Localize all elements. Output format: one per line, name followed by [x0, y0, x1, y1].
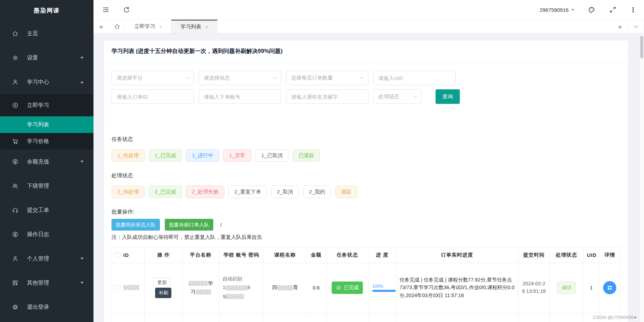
- progress-percent: 100%: [372, 284, 383, 289]
- sidebar-item-learning-center[interactable]: 学习中心: [0, 70, 93, 94]
- col-uid: UID: [583, 247, 599, 263]
- badge-proc-refund[interactable]: 退款: [335, 186, 357, 198]
- sidebar-item-balance[interactable]: 余额充值: [0, 150, 93, 174]
- filter-row-1: 请选择平台 请选择状态 选择每页订单数量: [111, 71, 620, 85]
- badge-proc-pending[interactable]: 2_待处理: [111, 186, 145, 198]
- badge-task-refunded[interactable]: 已退款: [293, 149, 320, 162]
- select-placeholder: 处理状态: [378, 93, 399, 100]
- course-cell: 公: [264, 312, 306, 322]
- close-icon[interactable]: ×: [159, 24, 162, 29]
- sidebar-item-label: 个人管理: [27, 255, 49, 262]
- col-progress: 进 度: [369, 247, 396, 263]
- headset-icon: [12, 207, 19, 214]
- sidebar-item-other[interactable]: 其他管理: [0, 271, 93, 295]
- uid-input[interactable]: [373, 71, 456, 85]
- table-header-row: ID 操 作 平台名称 学校 账号 密码 课程名称 金额 任务状态 进 度 订单…: [112, 247, 620, 263]
- sidebar-item-operation-log[interactable]: 操作日志: [0, 222, 93, 247]
- collapse-sidebar-icon[interactable]: [101, 5, 110, 14]
- process-status-badge[interactable]: 成功: [557, 281, 576, 294]
- col-order-progress: 订单实时进度: [396, 247, 518, 263]
- tab-learning-list[interactable]: 学习列表 ×: [171, 20, 217, 33]
- task-status-label: 任务状态: [111, 136, 620, 143]
- tab-bar: « 立即学习 × 学习列表 × »: [93, 20, 644, 34]
- badge-proc-failed[interactable]: 2_处理失败: [186, 186, 224, 198]
- more-menu-icon[interactable]: ⋮: [630, 7, 636, 13]
- badge-task-pending[interactable]: 1_待处理: [111, 149, 145, 162]
- home-icon: [12, 30, 19, 37]
- badge-task-error[interactable]: 1_异常: [223, 149, 251, 162]
- user-menu[interactable]: 2967590916 ▼: [540, 7, 574, 13]
- badge-proc-done[interactable]: 2_已完成: [149, 186, 182, 198]
- account-cell: 自动 sjq: [219, 312, 263, 322]
- sidebar-item-home[interactable]: 主页: [0, 21, 93, 46]
- learning-list-card: 学习列表 (进度十五分钟自动更新一次，遇到问题补刷解决99%问题) 请选择平台 …: [104, 41, 628, 322]
- badge-task-cancelled[interactable]: 1_已取消: [256, 149, 289, 162]
- main-area: 2967590916 ▼ ⋮ « 立即学习 × 学习列表 × »: [93, 0, 644, 322]
- sidebar-item-logout[interactable]: 退出登录: [0, 295, 93, 319]
- status-select[interactable]: 请选择状态: [199, 71, 281, 85]
- sidebar-item-label: 提交工单: [27, 207, 49, 214]
- theme-palette-icon[interactable]: [587, 5, 596, 14]
- sidebar-item-subordinates[interactable]: 下级管理: [0, 174, 93, 198]
- order-id-input[interactable]: [111, 89, 194, 104]
- page-scrollbar[interactable]: [639, 34, 644, 322]
- tab-home-icon[interactable]: [109, 20, 125, 33]
- account-input[interactable]: [199, 89, 281, 104]
- refresh-icon[interactable]: [122, 5, 131, 14]
- tabs-scroll-right-icon[interactable]: »: [612, 20, 628, 33]
- sidebar-item-label: 学习价格: [27, 138, 49, 145]
- sidebar-item-personal[interactable]: 个人管理: [0, 247, 93, 271]
- tabs-scroll-left-icon[interactable]: «: [93, 20, 109, 33]
- chevron-up-icon: [80, 81, 84, 83]
- sidebar-item-label: 学习中心: [27, 79, 49, 86]
- select-all-checkbox[interactable]: [115, 252, 120, 258]
- badge-proc-mine[interactable]: 2_我的: [303, 186, 331, 198]
- refresh-order-button[interactable]: 补刷: [155, 288, 171, 298]
- tab-learn-now[interactable]: 立即学习 ×: [125, 20, 171, 33]
- col-course: 课程名称: [264, 247, 306, 263]
- check-circle-icon: [336, 285, 341, 290]
- sidebar-item-settings[interactable]: 设置: [0, 46, 93, 70]
- task-status-badge[interactable]: 已完成: [332, 281, 363, 294]
- col-amount: 金额: [306, 247, 326, 263]
- badge-task-done[interactable]: 1_已完成: [149, 149, 182, 162]
- account-cell: 自动识别 18 sj: [219, 263, 263, 312]
- sidebar-item-label: 设置: [27, 54, 38, 62]
- badge-task-running[interactable]: 1_进行中: [186, 149, 219, 162]
- grid-icon: [12, 279, 19, 286]
- fullscreen-icon[interactable]: [608, 5, 617, 14]
- col-process-status: 处理状态: [549, 247, 583, 263]
- sidebar-item-label: 立即学习: [27, 102, 49, 109]
- sidebar-item-learning-price[interactable]: 学习价格: [0, 133, 93, 150]
- chevron-down-icon: [185, 75, 189, 79]
- batch-buttons: 批量同步状态入队 批量补刷订单入队 /: [111, 219, 620, 231]
- batch-sync-button[interactable]: 批量同步状态入队: [111, 219, 160, 231]
- col-task-status: 任务状态: [326, 247, 368, 263]
- badge-proc-duplicate[interactable]: 2_重复下单: [229, 186, 267, 198]
- per-page-select[interactable]: 选择每页订单数量: [286, 71, 368, 85]
- close-icon[interactable]: ×: [205, 24, 208, 30]
- row-checkbox[interactable]: [115, 285, 120, 290]
- search-button[interactable]: 查询: [436, 89, 460, 104]
- batch-refresh-button[interactable]: 批量补刷订单入队: [165, 219, 213, 231]
- amount-cell: 0.6: [306, 263, 326, 312]
- sidebar-item-learn-now[interactable]: 立即学习: [0, 94, 93, 116]
- scrollbar-thumb[interactable]: [640, 36, 643, 59]
- watermark: CSDN @LYD00435♥: [593, 315, 636, 320]
- sidebar-item-learning-list[interactable]: 学习列表: [0, 116, 93, 133]
- tabs-dropdown-icon[interactable]: [628, 20, 644, 33]
- col-detail: 详情: [599, 247, 620, 263]
- sidebar: 墨染网课 主页 设置 学习中心 立即学习 学习列表: [0, 0, 93, 322]
- course-keyword-input[interactable]: [286, 89, 368, 104]
- detail-button[interactable]: [603, 281, 616, 294]
- update-button[interactable]: 更新: [153, 277, 170, 288]
- badge-proc-cancel[interactable]: 2_取消: [271, 186, 299, 198]
- platform-select[interactable]: 请选择平台: [111, 71, 194, 85]
- plus-circle-icon: [12, 102, 19, 109]
- sidebar-item-ticket[interactable]: 提交工单: [0, 198, 93, 222]
- select-placeholder: 请选择状态: [204, 75, 230, 81]
- amount-cell: 0.6: [306, 312, 326, 322]
- platform-cell: 学 习: [182, 263, 219, 312]
- process-status-select[interactable]: 处理状态: [373, 89, 422, 104]
- chevron-down-icon: [80, 282, 84, 284]
